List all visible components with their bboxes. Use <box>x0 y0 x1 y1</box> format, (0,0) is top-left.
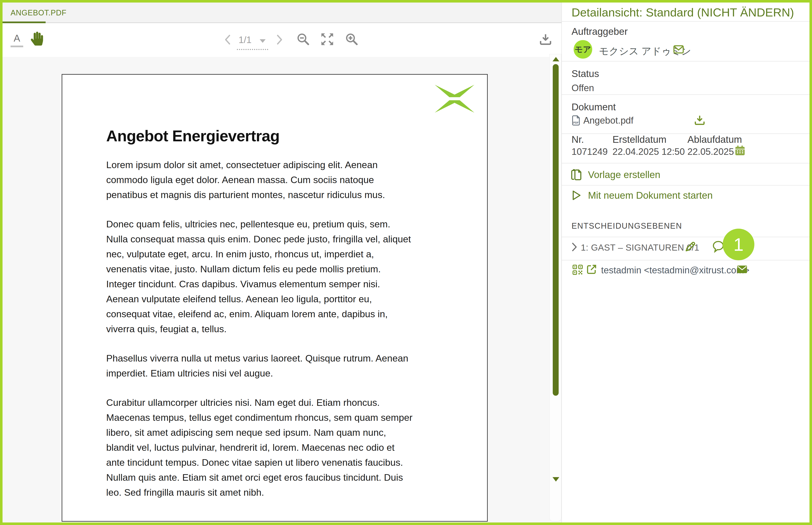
ablaufdatum-label: Ablaufdatum <box>687 134 742 145</box>
pencil-icon <box>684 240 697 253</box>
page-number-underline <box>237 49 268 50</box>
viewer-canvas: Angebot Energievertrag Lorem ipsum dolor… <box>2 57 561 523</box>
signer-email: testadmin <testadmin@xitrust.com> <box>601 265 750 275</box>
start-new-document-label: Mit neuem Dokument starten <box>588 190 713 201</box>
pdf-document-body: Lorem ipsum dolor sit amet, consectetuer… <box>106 158 452 514</box>
hand-tool-button[interactable] <box>31 32 43 46</box>
download-document-button[interactable] <box>539 32 552 46</box>
tab-bar-divider <box>46 22 561 23</box>
chevron-right-icon <box>275 34 284 45</box>
detail-panel: Detailansicht: Standard (NICHT ÄNDERN) A… <box>561 2 810 523</box>
active-tab-indicator <box>2 21 46 23</box>
chevron-left-icon <box>223 34 232 45</box>
play-icon <box>570 189 582 201</box>
calendar-icon[interactable] <box>735 145 745 156</box>
fit-to-screen-button[interactable] <box>320 32 334 46</box>
erstelldatum-value: 22.04.2025 12:50 <box>612 146 685 157</box>
start-new-document-link[interactable]: Mit neuem Dokument starten <box>570 189 713 201</box>
create-template-link[interactable]: Vorlage erstellen <box>570 168 661 181</box>
app-frame: ANGEBOT.PDF A 1/1 <box>0 0 812 525</box>
entscheidungsebenen-heading: ENTSCHEIDUNGSEBENEN <box>571 222 682 230</box>
scroll-down-arrow[interactable] <box>552 477 559 482</box>
fullscreen-arrows-icon <box>320 32 334 46</box>
detail-panel-title: Detailansicht: Standard (NICHT ÄNDERN) <box>571 5 809 19</box>
divider <box>562 94 810 95</box>
pdf-paragraph: Phasellus viverra nulla ut metus varius … <box>106 351 452 381</box>
mail-filled-icon[interactable] <box>737 264 748 275</box>
zoom-in-button[interactable] <box>345 32 359 46</box>
tab-angebot-pdf[interactable]: ANGEBOT.PDF <box>11 9 67 17</box>
status-label: Status <box>571 68 599 79</box>
auftraggeber-label: Auftraggeber <box>571 26 628 37</box>
step-badge: 1 <box>723 229 754 260</box>
external-link-icon[interactable] <box>586 264 597 275</box>
download-file-button[interactable] <box>694 114 706 126</box>
previous-page-button[interactable] <box>223 34 232 45</box>
chevron-down-icon <box>260 39 265 43</box>
level-1-label[interactable]: 1: GAST – SIGNATUREN 0/1 <box>581 243 699 253</box>
nr-label: Nr. <box>571 134 584 145</box>
nr-value: 1071249 <box>571 146 608 157</box>
pdf-paragraph: Lorem ipsum dolor sit amet, consectetuer… <box>106 158 452 202</box>
page-number-value: 1/1 <box>238 34 251 45</box>
mail-icon[interactable] <box>673 44 684 55</box>
pdf-document-title: Angebot Energievertrag <box>106 127 279 145</box>
divider <box>562 260 810 260</box>
avatar: モア <box>574 40 592 59</box>
zoom-out-icon <box>296 32 310 46</box>
create-template-label: Vorlage erstellen <box>588 169 661 180</box>
next-page-button[interactable] <box>275 34 284 45</box>
pdf-viewer: ANGEBOT.PDF A 1/1 <box>2 2 561 523</box>
document-file-row: PDF Angebot.pdf <box>571 114 633 126</box>
pdf-file-icon: PDF <box>571 115 580 126</box>
pdf-paragraph: Donec quam felis, ultricies nec, pellent… <box>106 216 452 336</box>
pdf-page: Angebot Energievertrag Lorem ipsum dolor… <box>62 74 488 522</box>
edit-level-button[interactable] <box>684 240 697 253</box>
divider <box>562 185 810 185</box>
xitrust-logo <box>433 82 476 115</box>
divider <box>562 21 810 22</box>
expand-level-chevron[interactable] <box>571 242 578 252</box>
download-icon <box>539 32 552 46</box>
copy-icon <box>570 168 582 181</box>
document-filename[interactable]: Angebot.pdf <box>583 115 633 126</box>
text-select-underline <box>11 46 23 47</box>
ablaufdatum-value: 22.05.2025 <box>687 146 734 157</box>
download-icon <box>694 114 706 126</box>
pdf-paragraph: Curabitur ullamcorper ultricies nisi. Na… <box>106 395 452 500</box>
text-select-tool-button[interactable]: A <box>10 32 24 48</box>
comment-button[interactable] <box>712 240 724 253</box>
speech-bubble-icon <box>712 240 724 253</box>
divider <box>562 237 810 237</box>
scroll-up-arrow[interactable] <box>552 57 559 61</box>
zoom-in-icon <box>345 32 359 46</box>
page-number-dropdown[interactable]: 1/1 <box>238 34 266 46</box>
svg-text:PDF: PDF <box>573 121 579 124</box>
divider <box>562 163 810 164</box>
erstelldatum-label: Erstelldatum <box>612 134 667 145</box>
viewer-scrollbar-thumb[interactable] <box>553 64 559 396</box>
divider <box>562 133 810 134</box>
viewer-toolbar: A 1/1 <box>2 23 561 57</box>
hand-icon <box>31 32 43 46</box>
qr-code-icon[interactable] <box>572 265 583 275</box>
dokument-label: Dokument <box>571 101 616 112</box>
zoom-out-button[interactable] <box>296 32 310 46</box>
document-tab-bar: ANGEBOT.PDF <box>2 2 561 23</box>
status-value: Offen <box>571 83 594 93</box>
divider <box>562 61 810 62</box>
